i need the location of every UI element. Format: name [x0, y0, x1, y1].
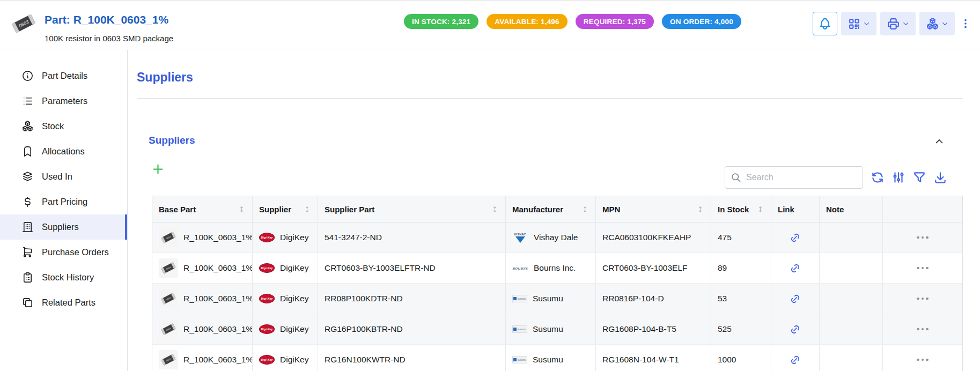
row-actions-button[interactable]	[917, 236, 929, 239]
in-stock-value: 53	[711, 284, 771, 314]
external-link-icon[interactable]	[790, 263, 801, 274]
column-header-mpn[interactable]: MPN	[596, 196, 711, 222]
digikey-logo: Digi-Key	[259, 324, 275, 334]
digikey-logo: Digi-Key	[259, 263, 275, 273]
sort-icon[interactable]	[303, 205, 311, 213]
supplier-part-number: RR08P100KDTR-ND	[318, 284, 506, 314]
page-part-title: Part: R_100K_0603_1%	[45, 13, 168, 26]
in-stock-value: 475	[711, 222, 771, 253]
in-stock-value: 89	[711, 253, 771, 283]
note-cell	[820, 253, 883, 283]
sidebar-item-purchase-orders[interactable]: Purchase Orders	[0, 240, 127, 265]
sidebar-item-allocations[interactable]: Allocations	[0, 139, 127, 164]
supplier-name: DigiKey	[280, 294, 308, 303]
shopping-cart-icon	[21, 246, 34, 258]
row-actions-button[interactable]	[917, 328, 929, 331]
column-header-note: Note	[820, 196, 883, 222]
in-stock-badge: IN STOCK: 2,321	[404, 14, 478, 29]
mpn-value: RCA0603100KFKEAHP	[596, 222, 711, 253]
column-header-base-part[interactable]: Base Part	[152, 196, 253, 222]
external-link-icon[interactable]	[790, 293, 801, 305]
column-header-manufacturer[interactable]: Manufacturer	[506, 196, 596, 222]
table-row[interactable]: 0603 R_100K_0603_1% Digi-Key DigiKey 541…	[152, 222, 962, 253]
sidebar-item-label: Parameters	[42, 96, 87, 106]
table-row[interactable]: 0603 R_100K_0603_1% Digi-Key DigiKey RG1…	[152, 314, 962, 345]
table-row[interactable]: 0603 R_100K_0603_1% Digi-Key DigiKey RG1…	[152, 345, 962, 371]
row-actions-button[interactable]	[917, 359, 929, 361]
external-link-icon[interactable]	[790, 324, 801, 335]
print-actions-button[interactable]	[880, 12, 916, 35]
supplier-name: DigiKey	[280, 355, 308, 365]
sidebar-item-stock[interactable]: Stock	[0, 114, 127, 139]
digikey-logo: Digi-Key	[259, 233, 275, 242]
external-link-icon[interactable]	[790, 232, 801, 243]
sidebar-item-part-pricing[interactable]: Part Pricing	[0, 189, 127, 214]
clipboard-icon	[21, 271, 34, 284]
sort-icon[interactable]	[696, 205, 704, 213]
chevron-down-icon	[863, 20, 871, 28]
bell-icon	[818, 17, 832, 31]
search-input[interactable]	[746, 173, 857, 182]
supplier-part-number: CRT0603-BY-1003ELFTR-ND	[318, 253, 506, 283]
row-actions-button[interactable]	[917, 267, 929, 270]
suppliers-table: Base Part Supplier Supplier Part Manufac…	[152, 196, 963, 371]
stack-icon	[21, 170, 34, 183]
kebab-menu-icon	[960, 18, 971, 29]
table-row[interactable]: 0603 R_100K_0603_1% Digi-Key DigiKey CRT…	[152, 253, 962, 284]
part-thumbnail: 0603	[159, 289, 178, 308]
add-supplier-part-button[interactable]	[151, 162, 165, 176]
sidebar-item-label: Related Parts	[42, 298, 95, 308]
column-header-in-stock[interactable]: In Stock	[711, 196, 771, 222]
more-actions-button[interactable]	[959, 12, 972, 35]
in-stock-value: 525	[711, 314, 771, 344]
sidebar-item-suppliers[interactable]: Suppliers	[0, 214, 127, 240]
column-header-link: Link	[771, 196, 820, 222]
supplier-name: DigiKey	[280, 324, 308, 334]
bookmark-icon	[21, 145, 34, 158]
column-header-supplier-part[interactable]: Supplier Part	[318, 196, 506, 222]
refresh-icon[interactable]	[871, 170, 885, 184]
manufacturer-name: Bourns Inc.	[534, 263, 576, 273]
row-actions-button[interactable]	[917, 298, 929, 300]
download-icon[interactable]	[933, 170, 947, 184]
adjustments-icon[interactable]	[891, 170, 905, 184]
sort-icon[interactable]	[756, 205, 764, 213]
main-panel: Suppliers Suppliers Base P	[128, 50, 980, 371]
supplier-part-number: RG16N100KWTR-ND	[318, 345, 506, 371]
part-image[interactable]: 0603	[10, 10, 38, 38]
sort-icon[interactable]	[491, 205, 499, 213]
available-badge: AVAILABLE: 1,496	[487, 14, 567, 29]
sidebar-item-parameters[interactable]: Parameters	[0, 88, 127, 114]
sort-icon[interactable]	[581, 205, 589, 213]
stock-actions-button[interactable]	[919, 12, 955, 35]
sidebar-item-label: Allocations	[42, 146, 85, 157]
sidebar-item-part-details[interactable]: Part Details	[0, 63, 127, 88]
copy-icon	[21, 296, 34, 309]
collapse-section-button[interactable]	[933, 136, 945, 147]
mpn-value: RG1608N-104-W-T1	[596, 345, 711, 371]
qrcode-icon	[848, 17, 861, 31]
manufacturer-name: Susumu	[533, 294, 563, 303]
sidebar-item-used-in[interactable]: Used In	[0, 164, 127, 189]
column-header-actions	[883, 196, 962, 222]
external-link-icon[interactable]	[790, 354, 801, 366]
notifications-button[interactable]	[813, 12, 837, 35]
part-sidebar: Part Details Parameters Stock Allocation…	[0, 50, 128, 371]
chevron-down-icon	[941, 20, 949, 28]
in-stock-value: 1000	[711, 345, 771, 371]
susumu-logo: susumu	[512, 295, 527, 302]
bourns-logo: BOURNS	[512, 266, 528, 270]
sidebar-item-label: Stock History	[42, 272, 94, 283]
digikey-logo: Digi-Key	[259, 294, 275, 303]
column-header-supplier[interactable]: Supplier	[253, 196, 318, 222]
note-cell	[820, 284, 883, 314]
barcode-actions-button[interactable]	[841, 12, 876, 35]
sidebar-item-related-parts[interactable]: Related Parts	[0, 290, 127, 315]
divider	[137, 98, 963, 99]
part-thumbnail: 0603	[159, 350, 178, 369]
table-row[interactable]: 0603 R_100K_0603_1% Digi-Key DigiKey RR0…	[152, 284, 962, 314]
sidebar-item-stock-history[interactable]: Stock History	[0, 265, 127, 290]
filter-icon[interactable]	[912, 170, 926, 184]
chevron-down-icon	[902, 20, 910, 28]
sort-icon[interactable]	[238, 205, 246, 213]
